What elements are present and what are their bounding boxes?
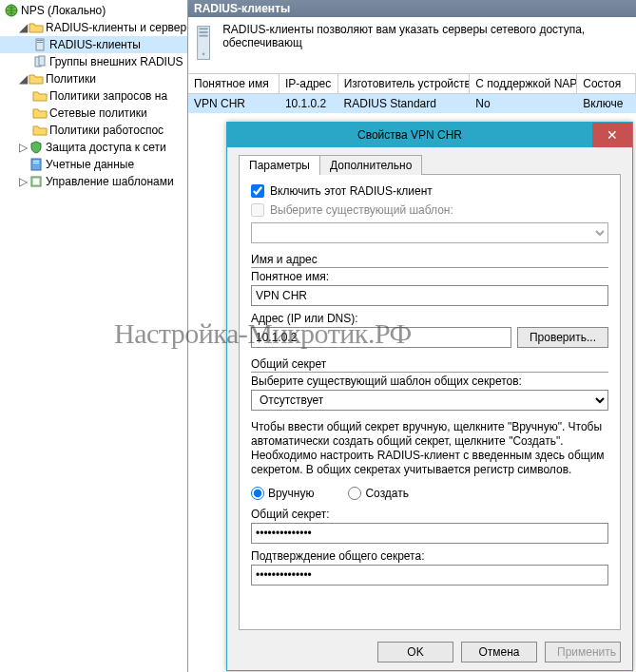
- grid-header: Понятное имя IP-адрес Изготовитель устро…: [188, 74, 636, 94]
- cell: RADIUS Standard: [338, 94, 471, 113]
- folder-icon: [32, 88, 48, 104]
- enable-client-checkbox[interactable]: Включить этот RADIUS-клиент: [251, 184, 608, 198]
- shared-secret-input[interactable]: [251, 523, 608, 544]
- verify-button[interactable]: Проверить...: [517, 327, 608, 348]
- use-template-checkbox: Выберите существующий шаблон:: [251, 203, 608, 217]
- content-header: RADIUS-клиенты: [188, 0, 636, 17]
- properties-dialog: Свойства VPN CHR ✕ Параметры Дополнитель…: [226, 122, 633, 671]
- tree-policy-item[interactable]: Политики запросов на: [0, 87, 187, 105]
- expand-icon[interactable]: ▷: [17, 139, 29, 156]
- notebook-icon: [29, 157, 44, 172]
- tree-label: Политики запросов на: [49, 87, 167, 105]
- folder-icon: [29, 20, 44, 35]
- dialog-title: Свойства VPN CHR: [227, 128, 592, 142]
- tree-label: Управление шаблонами: [46, 173, 174, 190]
- template-select: [251, 222, 608, 243]
- svg-rect-12: [199, 28, 207, 29]
- tab-advanced[interactable]: Дополнительно: [319, 155, 422, 175]
- tree-radius-groups[interactable]: Группы внешних RADIUS: [0, 53, 187, 70]
- col-header[interactable]: Изготовитель устройства: [338, 74, 471, 93]
- tree-label: Сетевые политики: [49, 105, 147, 122]
- enable-checkbox[interactable]: [251, 184, 264, 198]
- tree-nap[interactable]: ▷ Защита доступа к сети: [0, 139, 187, 156]
- secret-template-label: Выберите существующий шаблон общих секре…: [251, 374, 608, 388]
- tree-root[interactable]: NPS (Локально): [0, 2, 187, 19]
- expand-icon[interactable]: ▷: [17, 173, 29, 190]
- friendly-name-label: Понятное имя:: [251, 270, 608, 283]
- titlebar[interactable]: Свойства VPN CHR ✕: [227, 123, 632, 147]
- tree-radius-group[interactable]: ◢ RADIUS-клиенты и сервер: [0, 19, 187, 36]
- cell: 10.1.0.2: [279, 94, 338, 113]
- tree-templates[interactable]: ▷ Управление шаблонами: [0, 173, 187, 190]
- template-checkbox: [251, 203, 264, 217]
- info-text: RADIUS-клиенты позволяют вам указать сер…: [222, 23, 630, 49]
- confirm-secret-label: Подтверждение общего секрета:: [251, 549, 608, 563]
- secret-template-select[interactable]: Отсутствует: [251, 390, 608, 411]
- radio-manual-label: Вручную: [268, 487, 314, 500]
- nav-tree: NPS (Локально) ◢ RADIUS-клиенты и сервер…: [0, 0, 188, 672]
- cancel-button[interactable]: Отмена: [461, 642, 537, 662]
- shield-icon: [29, 140, 44, 155]
- section-shared-secret: Общий секрет: [251, 357, 608, 373]
- col-header[interactable]: С поддержкой NAP: [470, 74, 577, 93]
- tree-label: RADIUS-клиенты: [49, 36, 141, 53]
- tree-policy-item[interactable]: Сетевые политики: [0, 105, 187, 122]
- tree-label: Группы внешних RADIUS: [49, 53, 183, 70]
- radio-manual-input[interactable]: [251, 487, 264, 500]
- server-tower-icon: [194, 23, 213, 63]
- tree-label: Защита доступа к сети: [46, 139, 166, 156]
- tree-label: Политики работоспос: [49, 122, 164, 139]
- folder-icon: [29, 71, 44, 86]
- cell: VPN CHR: [188, 94, 279, 113]
- cell: No: [470, 94, 577, 113]
- server-icon: [32, 54, 48, 69]
- template-icon: [29, 174, 44, 189]
- svg-rect-6: [31, 159, 41, 170]
- confirm-secret-input[interactable]: [251, 565, 608, 586]
- secret-help-text: Чтобы ввести общий секрет вручную, щелкн…: [251, 420, 608, 477]
- apply-button: Применить: [545, 642, 621, 662]
- address-label: Адрес (IP или DNS):: [251, 312, 608, 325]
- ok-button[interactable]: OK: [377, 642, 453, 662]
- svg-rect-2: [37, 40, 43, 41]
- tree-policy-item[interactable]: Политики работоспос: [0, 122, 187, 139]
- svg-rect-8: [33, 163, 39, 163]
- info-strip: RADIUS-клиенты позволяют вам указать сер…: [188, 17, 636, 74]
- cell: Включе: [577, 94, 636, 113]
- svg-rect-14: [199, 35, 207, 37]
- address-input[interactable]: [251, 327, 511, 348]
- globe-icon: [4, 3, 19, 18]
- tree-label: RADIUS-клиенты и сервер: [46, 19, 186, 36]
- radio-create-input[interactable]: [348, 487, 361, 500]
- tree-accounting[interactable]: Учетные данные: [0, 156, 187, 173]
- tree-radius-clients[interactable]: RADIUS-клиенты: [0, 36, 187, 53]
- dialog-buttons: OK Отмена Применить: [377, 642, 621, 662]
- radius-clients-grid: Понятное имя IP-адрес Изготовитель устро…: [188, 74, 636, 113]
- folder-icon: [32, 123, 48, 138]
- section-name-address: Имя и адрес: [251, 253, 608, 268]
- enable-label: Включить этот RADIUS-клиент: [270, 184, 433, 198]
- tab-parameters[interactable]: Параметры: [239, 155, 320, 175]
- template-label: Выберите существующий шаблон:: [270, 203, 453, 217]
- tab-pane: Включить этот RADIUS-клиент Выберите сущ…: [239, 174, 621, 630]
- collapse-icon[interactable]: ◢: [17, 70, 29, 87]
- col-header[interactable]: Состоя: [577, 74, 636, 93]
- radio-create[interactable]: Создать: [348, 487, 409, 500]
- col-header[interactable]: IP-адрес: [279, 74, 338, 93]
- svg-rect-3: [37, 42, 43, 43]
- tree-label: Политики: [46, 70, 96, 87]
- svg-point-15: [202, 53, 205, 56]
- tabs: Параметры Дополнительно: [239, 155, 621, 175]
- grid-row[interactable]: VPN CHR 10.1.0.2 RADIUS Standard No Вклю…: [188, 94, 636, 113]
- friendly-name-input[interactable]: [251, 285, 608, 306]
- collapse-icon[interactable]: ◢: [17, 19, 29, 36]
- secret-label: Общий секрет:: [251, 508, 608, 521]
- radio-manual[interactable]: Вручную: [251, 487, 314, 500]
- close-button[interactable]: ✕: [592, 123, 632, 147]
- svg-rect-5: [39, 56, 45, 66]
- svg-rect-13: [199, 31, 207, 33]
- col-header[interactable]: Понятное имя: [188, 74, 279, 93]
- tree-label: Учетные данные: [46, 156, 134, 173]
- radio-create-label: Создать: [365, 487, 409, 500]
- tree-policies[interactable]: ◢ Политики: [0, 70, 187, 87]
